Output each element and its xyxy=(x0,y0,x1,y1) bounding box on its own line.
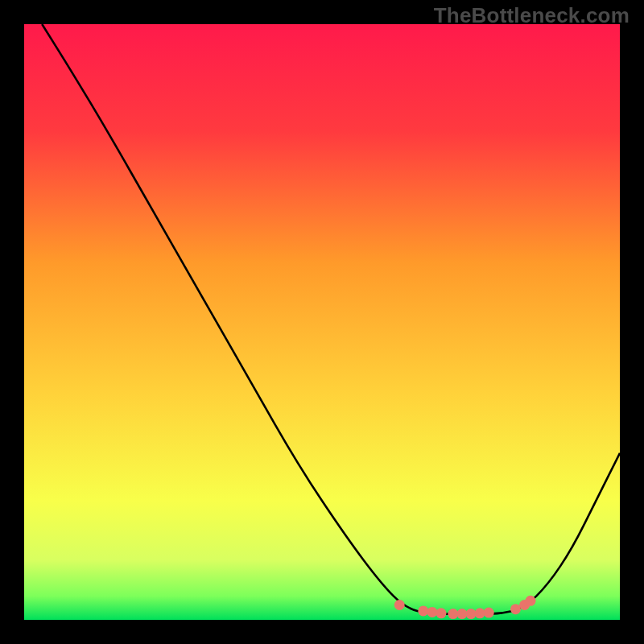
marker-dot xyxy=(466,609,477,619)
marker-dot xyxy=(436,608,447,618)
marker-dot xyxy=(456,609,467,619)
marker-dot xyxy=(475,608,485,618)
marker-dot xyxy=(394,600,405,610)
chart-svg xyxy=(24,24,620,620)
chart-frame: TheBottleneck.com xyxy=(0,0,644,644)
gradient-background xyxy=(24,24,620,620)
marker-dot xyxy=(427,607,437,617)
marker-dot xyxy=(448,609,458,619)
marker-dot xyxy=(526,596,536,606)
plot-area xyxy=(24,24,620,620)
marker-dot xyxy=(484,608,494,618)
marker-dot xyxy=(418,605,428,616)
watermark-text: TheBottleneck.com xyxy=(434,3,630,28)
marker-dot xyxy=(510,604,521,614)
